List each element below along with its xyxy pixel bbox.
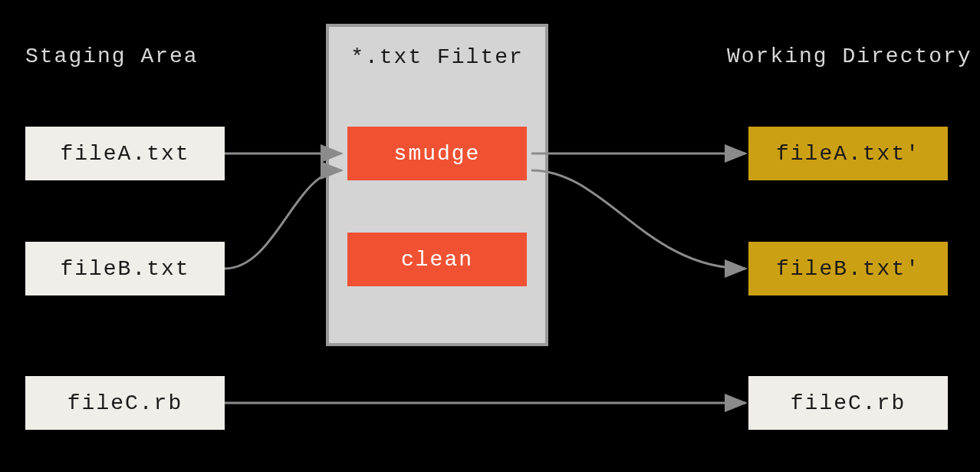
working-directory-heading: Working Directory xyxy=(727,45,972,68)
arrow-smudge-to-fileb xyxy=(531,170,745,269)
arrow-fileb-to-smudge xyxy=(225,170,341,269)
staging-area-heading: Staging Area xyxy=(25,45,199,68)
staging-file-b: fileB.txt xyxy=(25,242,225,295)
staging-file-c: fileC.rb xyxy=(25,376,225,430)
filter-title: *.txt Filter xyxy=(329,45,545,69)
working-file-a: fileA.txt' xyxy=(748,127,948,180)
clean-filter: clean xyxy=(347,233,527,286)
smudge-filter: smudge xyxy=(347,127,527,180)
filter-container: *.txt Filter smudge clean xyxy=(326,24,548,346)
working-file-b: fileB.txt' xyxy=(748,242,948,295)
working-file-c: fileC.rb xyxy=(748,376,948,430)
staging-file-a: fileA.txt xyxy=(25,127,225,180)
